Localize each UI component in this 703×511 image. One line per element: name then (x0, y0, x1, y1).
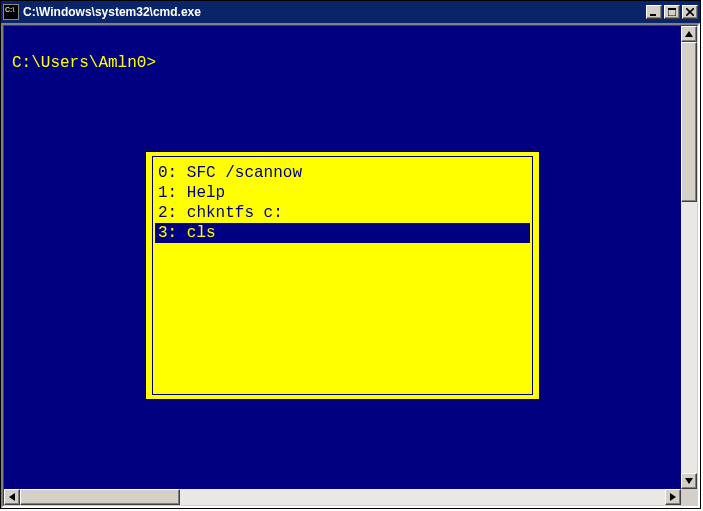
titlebar[interactable]: C:\ C:\Windows\system32\cmd.exe (1, 1, 700, 23)
history-list: 0: SFC /scannow1: Help2: chkntfs c:3: cl… (152, 156, 533, 395)
close-button[interactable] (682, 5, 698, 19)
arrow-left-icon (9, 493, 15, 501)
history-item-2[interactable]: 2: chkntfs c: (155, 203, 530, 223)
vertical-scrollbar[interactable] (681, 26, 697, 489)
scroll-left-button[interactable] (4, 489, 20, 505)
vertical-scroll-thumb[interactable] (681, 42, 697, 202)
maximize-button[interactable] (664, 5, 680, 19)
history-item-3[interactable]: 3: cls (155, 223, 530, 243)
minimize-button[interactable] (646, 5, 662, 19)
horizontal-scroll-track[interactable] (20, 489, 665, 505)
history-item-1[interactable]: 1: Help (155, 183, 530, 203)
scroll-down-button[interactable] (681, 473, 697, 489)
window-controls (646, 5, 698, 19)
horizontal-scrollbar[interactable] (4, 489, 697, 505)
scroll-right-button[interactable] (665, 489, 681, 505)
window-title: C:\Windows\system32\cmd.exe (23, 5, 646, 19)
arrow-right-icon (670, 493, 676, 501)
svg-rect-0 (650, 14, 656, 16)
cmd-window: C:\ C:\Windows\system32\cmd.exe C:\Users… (0, 0, 701, 509)
history-item-0[interactable]: 0: SFC /scannow (155, 163, 530, 183)
vertical-scroll-track[interactable] (681, 42, 697, 473)
svg-rect-2 (668, 8, 676, 10)
command-prompt: C:\Users\Amln0> (12, 54, 156, 73)
history-popup[interactable]: 0: SFC /scannow1: Help2: chkntfs c:3: cl… (146, 152, 539, 399)
console-area[interactable]: C:\Users\Amln0> 0: SFC /scannow1: Help2:… (4, 26, 681, 489)
cmd-icon: C:\ (3, 4, 19, 20)
horizontal-scroll-thumb[interactable] (20, 489, 180, 505)
arrow-down-icon (685, 478, 693, 484)
scrollbar-corner (681, 489, 697, 505)
scroll-up-button[interactable] (681, 26, 697, 42)
arrow-up-icon (685, 31, 693, 37)
